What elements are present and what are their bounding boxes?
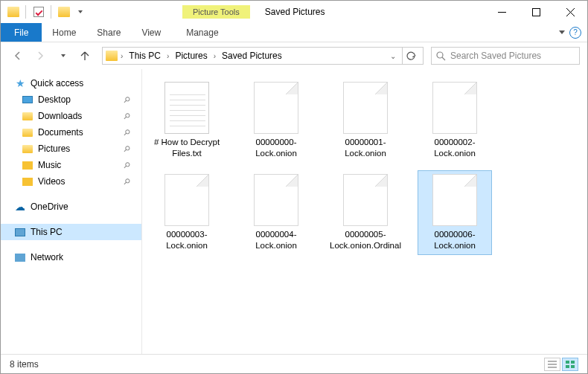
tab-share[interactable]: Share — [86, 23, 131, 42]
separator — [51, 5, 51, 19]
close-button[interactable] — [553, 1, 587, 23]
file-name: 00000005-Lock.onion.Ordinal — [330, 229, 401, 251]
file-name: 00000004-Lock.onion — [243, 229, 310, 251]
file-thumb-txt — [164, 82, 209, 134]
file-thumb-blank — [254, 82, 298, 134]
status-bar: 8 items — [1, 354, 587, 373]
svg-rect-9 — [566, 361, 569, 364]
up-button[interactable] — [75, 46, 95, 65]
sidebar-item-label: Quick access — [31, 78, 83, 88]
address-bar[interactable]: › This PC › Pictures › Saved Pictures ⌄ — [102, 47, 424, 65]
svg-line-5 — [442, 57, 445, 60]
sidebar-item-label: Network — [31, 252, 63, 262]
music-icon — [22, 159, 33, 171]
back-button[interactable] — [8, 46, 28, 65]
pin-icon: ⚲ — [121, 144, 132, 155]
file-item[interactable]: 00000003-Lock.onion — [150, 170, 224, 255]
svg-point-4 — [437, 52, 443, 58]
network-icon — [14, 251, 26, 263]
file-name: 00000006-Lock.onion — [421, 229, 488, 251]
sidebar-item-pictures[interactable]: Pictures⚲ — [1, 141, 141, 157]
sidebar-item-desktop[interactable]: Desktop⚲ — [1, 91, 141, 108]
file-item[interactable]: 00000000-Lock.onion — [239, 78, 313, 163]
file-name: 00000001-Lock.onion — [332, 137, 399, 159]
tab-view[interactable]: View — [131, 23, 171, 42]
details-view-button[interactable] — [544, 358, 560, 371]
file-pane[interactable]: # How to Decrypt Files.txt00000000-Lock.… — [142, 69, 587, 354]
folder-icon — [22, 143, 33, 155]
tab-manage[interactable]: Manage — [176, 23, 229, 42]
file-name: # How to Decrypt Files.txt — [153, 137, 220, 159]
quick-access-toolbar — [1, 5, 86, 19]
folder-icon — [22, 126, 33, 138]
file-thumb-blank — [432, 174, 477, 226]
file-thumb-blank — [254, 174, 298, 226]
sidebar-item-label: Downloads — [38, 111, 82, 121]
svg-rect-11 — [566, 365, 569, 368]
pin-icon: ⚲ — [121, 160, 132, 171]
explorer-window: Picture Tools Saved Pictures File Home S… — [0, 0, 588, 374]
sidebar-item-label: Videos — [38, 176, 65, 187]
icons-view-button[interactable] — [562, 358, 578, 371]
properties-check-icon[interactable] — [32, 6, 45, 19]
chevron-right-icon: › — [214, 52, 216, 60]
chevron-down-icon[interactable]: ⌄ — [386, 52, 400, 60]
pc-icon — [14, 226, 26, 238]
help-icon[interactable]: ? — [569, 27, 581, 39]
cloud-icon: ☁ — [14, 201, 26, 213]
refresh-button[interactable] — [402, 48, 420, 64]
collapse-ribbon-icon[interactable] — [559, 30, 565, 34]
chevron-right-icon: › — [167, 52, 169, 60]
file-tab[interactable]: File — [1, 23, 42, 42]
maximize-button[interactable] — [519, 1, 553, 23]
file-thumb-blank — [343, 82, 388, 134]
file-item[interactable]: 00000001-Lock.onion — [328, 78, 403, 163]
search-placeholder: Search Saved Pictures — [450, 51, 541, 61]
nav-toolbar: › This PC › Pictures › Saved Pictures ⌄ … — [1, 42, 587, 69]
window-title: Saved Pictures — [265, 7, 325, 17]
file-item[interactable]: 00000004-Lock.onion — [239, 170, 313, 255]
forward-button[interactable] — [31, 46, 50, 65]
breadcrumb-saved-pictures[interactable]: Saved Pictures — [219, 49, 285, 62]
file-thumb-blank — [432, 82, 477, 134]
separator — [25, 5, 26, 19]
sidebar-item-documents[interactable]: Documents⚲ — [1, 124, 141, 141]
sidebar-quick-access[interactable]: ★ Quick access — [1, 75, 141, 91]
pin-icon: ⚲ — [121, 127, 132, 138]
search-input[interactable]: Search Saved Pictures — [431, 47, 580, 65]
breadcrumb-this-pc[interactable]: This PC — [126, 49, 164, 62]
sidebar-item-label: This PC — [31, 227, 63, 237]
files-grid: # How to Decrypt Files.txt00000000-Lock.… — [150, 78, 580, 255]
sidebar-this-pc[interactable]: This PC — [1, 224, 141, 240]
chevron-right-icon: › — [121, 52, 123, 60]
ribbon-tabs: File Home Share View Manage ? — [1, 23, 587, 42]
file-item[interactable]: 00000005-Lock.onion.Ordinal — [328, 170, 403, 255]
file-item[interactable]: 00000002-Lock.onion — [418, 78, 492, 163]
file-thumb-blank — [164, 174, 209, 226]
sidebar-item-videos[interactable]: Videos⚲ — [1, 173, 141, 190]
sidebar-onedrive[interactable]: ☁ OneDrive — [1, 199, 141, 215]
recent-dropdown-icon[interactable] — [53, 46, 72, 65]
sidebar-item-music[interactable]: Music⚲ — [1, 157, 141, 173]
item-count: 8 items — [10, 359, 39, 370]
titlebar: Picture Tools Saved Pictures — [1, 1, 587, 23]
body: ★ Quick access Desktop⚲Downloads⚲Documen… — [1, 69, 587, 354]
minimize-button[interactable] — [485, 1, 519, 23]
folder-icon — [22, 110, 33, 122]
file-item[interactable]: 00000006-Lock.onion — [418, 170, 492, 255]
star-icon: ★ — [14, 77, 26, 89]
sidebar-item-label: Desktop — [38, 94, 71, 105]
sidebar-network[interactable]: Network — [1, 249, 141, 265]
window-controls — [485, 1, 587, 23]
desktop-icon — [22, 94, 33, 106]
sidebar-item-label: OneDrive — [31, 201, 68, 212]
new-folder-icon[interactable] — [57, 6, 70, 19]
svg-rect-10 — [571, 361, 575, 364]
tab-home[interactable]: Home — [42, 23, 86, 42]
sidebar-item-label: Pictures — [38, 144, 70, 154]
sidebar-item-downloads[interactable]: Downloads⚲ — [1, 108, 141, 124]
breadcrumb-pictures[interactable]: Pictures — [172, 49, 210, 62]
qat-customize-icon[interactable] — [73, 6, 86, 19]
file-item[interactable]: # How to Decrypt Files.txt — [150, 78, 224, 163]
pin-icon: ⚲ — [121, 111, 132, 122]
